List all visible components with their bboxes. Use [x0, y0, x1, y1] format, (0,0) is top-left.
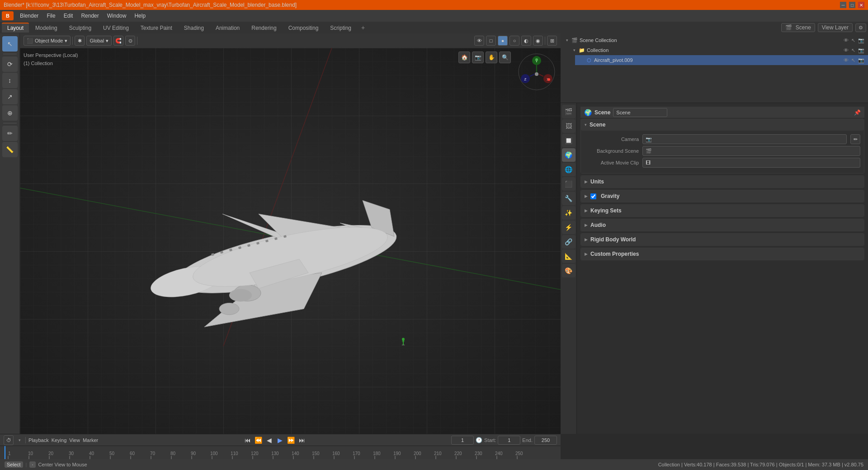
close-button[interactable]: ✕: [858, 2, 864, 8]
select-icon[interactable]: ↖: [851, 38, 855, 43]
material-shading[interactable]: ◐: [521, 36, 531, 46]
move-tool[interactable]: ⟳: [2, 56, 18, 72]
rendered-shading[interactable]: ◉: [533, 36, 543, 46]
select-key[interactable]: Select: [5, 461, 23, 468]
jump-start-btn[interactable]: ⏮: [243, 435, 253, 445]
rigid-body-header[interactable]: ▶ Rigid Body World: [581, 234, 864, 245]
timeline-type-arrow[interactable]: ▾: [16, 437, 23, 443]
menu-edit[interactable]: Edit: [60, 11, 77, 21]
snap-icon-btn[interactable]: 🧲: [113, 36, 123, 46]
select-tool[interactable]: ↖: [2, 36, 18, 52]
scene-selector[interactable]: 🎬 Scene: [781, 23, 815, 32]
wireframe-shading[interactable]: ●: [498, 36, 508, 46]
center-view-key[interactable]: ·: [29, 461, 35, 468]
outliner-aircraft-item[interactable]: ⬡ Aircraft_pivot.009 👁 ↖ 📷: [575, 55, 868, 65]
transform-tool[interactable]: ⊕: [2, 105, 18, 121]
menu-help[interactable]: Help: [131, 11, 149, 21]
tab-scripting[interactable]: Scripting: [325, 23, 357, 33]
play-btn[interactable]: ▶: [275, 435, 285, 445]
viewport-home-icon[interactable]: 🏠: [458, 52, 470, 63]
measure-tool[interactable]: 📏: [2, 142, 18, 157]
props-tab-particles[interactable]: ✨: [562, 206, 576, 220]
xray-btn[interactable]: □: [486, 36, 496, 46]
play-reverse-btn[interactable]: ◀: [264, 435, 274, 445]
render-icon[interactable]: 📷: [858, 38, 864, 43]
keying-menu[interactable]: Keying: [52, 437, 67, 443]
start-frame-input[interactable]: [498, 436, 520, 445]
props-tab-render[interactable]: 🎬: [562, 105, 576, 118]
props-tab-object[interactable]: ⬛: [562, 177, 576, 191]
keying-sets-header[interactable]: ▶ Keying Sets: [581, 205, 864, 216]
camera-value[interactable]: 📷: [642, 134, 847, 144]
props-tab-scene[interactable]: 🌍: [562, 148, 576, 162]
aircraft-render-icon[interactable]: 📷: [858, 57, 864, 63]
next-keyframe-btn[interactable]: ⏩: [286, 435, 296, 445]
viewport-camera-icon[interactable]: 📷: [472, 52, 484, 63]
annotate-tool[interactable]: ✏: [2, 126, 18, 141]
timeline-track[interactable]: 1 10 20 30 40 50 60 70: [0, 446, 561, 459]
col-select-icon[interactable]: ↖: [851, 47, 855, 53]
viewport-grab-icon[interactable]: ✋: [486, 52, 497, 63]
aircraft-eye-icon[interactable]: 👁: [844, 57, 849, 63]
props-tab-data[interactable]: 📐: [562, 249, 576, 263]
tab-shading[interactable]: Shading: [179, 23, 209, 33]
props-tab-modifiers[interactable]: 🔧: [562, 192, 576, 205]
maximize-button[interactable]: □: [849, 2, 855, 8]
outliner-scene-collection[interactable]: ▾ 🎬 Scene Collection 👁 ↖ 📷: [561, 35, 868, 45]
window-controls[interactable]: ─ □ ✕: [840, 2, 864, 8]
prev-keyframe-btn[interactable]: ⏪: [254, 435, 264, 445]
timeline-type-icon[interactable]: ⏱: [4, 435, 14, 445]
rotate-tool[interactable]: ↕: [2, 73, 18, 88]
props-tab-constraints[interactable]: 🔗: [562, 235, 576, 249]
tab-layout[interactable]: Layout: [2, 23, 29, 33]
tab-animation[interactable]: Animation: [210, 23, 245, 33]
movie-clip-value[interactable]: 🎞: [642, 158, 860, 168]
solid-shading[interactable]: ○: [509, 36, 519, 46]
props-tab-material[interactable]: 🎨: [562, 264, 576, 277]
gizmo-toggle[interactable]: ⊞: [547, 36, 557, 46]
jump-end-btn[interactable]: ⏭: [297, 435, 307, 445]
minimize-button[interactable]: ─: [840, 2, 846, 8]
end-frame-input[interactable]: [534, 436, 557, 445]
props-tab-view-layer[interactable]: 🔲: [562, 134, 576, 147]
show-overlay-btn[interactable]: 👁: [474, 36, 484, 46]
col-render-icon[interactable]: 📷: [858, 47, 864, 53]
proportional-edit-btn[interactable]: ⊙: [125, 36, 135, 46]
scene-subsection-header[interactable]: ▾ Scene: [581, 119, 864, 131]
marker-menu[interactable]: Marker: [83, 437, 98, 443]
add-workspace-button[interactable]: +: [358, 23, 368, 32]
view-layer-selector[interactable]: View Layer: [818, 23, 853, 32]
gravity-header[interactable]: ▶ Gravity: [581, 190, 864, 202]
3d-viewport[interactable]: User Perspective (Local) (1) Collection …: [20, 48, 561, 445]
object-mode-dropdown[interactable]: ⬛ Object Mode ▾: [24, 36, 71, 46]
current-frame-input[interactable]: [451, 436, 474, 445]
bg-scene-value[interactable]: 🎬: [642, 146, 860, 156]
viewport-zoom-icon[interactable]: 🔍: [499, 52, 511, 63]
menu-render[interactable]: Render: [77, 11, 102, 21]
playback-menu[interactable]: Playback: [28, 437, 49, 443]
props-tab-physics[interactable]: ⚡: [562, 221, 576, 234]
menu-blender[interactable]: Blender: [16, 11, 42, 21]
props-tab-world[interactable]: 🌐: [562, 163, 576, 176]
menu-window[interactable]: Window: [104, 11, 130, 21]
scene-name-input[interactable]: [613, 108, 667, 117]
navigation-gizmo[interactable]: Y X Z: [516, 52, 557, 92]
tab-rendering[interactable]: Rendering: [246, 23, 282, 33]
outliner-collection[interactable]: ▾ 📁 Collection 👁 ↖ 📷: [568, 45, 868, 55]
tab-sculpting[interactable]: Sculpting: [64, 23, 97, 33]
view-menu[interactable]: View: [69, 437, 80, 443]
custom-props-header[interactable]: ▶ Custom Properties: [581, 248, 864, 260]
tab-uv-editing[interactable]: UV Editing: [98, 23, 134, 33]
audio-header[interactable]: ▶ Audio: [581, 219, 864, 231]
scale-tool[interactable]: ↗: [2, 89, 18, 104]
tab-texture-paint[interactable]: Texture Paint: [135, 23, 178, 33]
tab-compositing[interactable]: Compositing: [283, 23, 324, 33]
menu-file[interactable]: File: [43, 11, 59, 21]
props-tab-output[interactable]: 🖼: [562, 119, 576, 133]
col-eye-icon[interactable]: 👁: [844, 47, 849, 53]
global-dropdown[interactable]: Global ▾: [86, 36, 112, 46]
aircraft-sel-icon[interactable]: ↖: [851, 57, 855, 63]
select-icon-btn[interactable]: ✱: [75, 36, 85, 46]
eye-icon[interactable]: 👁: [844, 38, 849, 43]
render-engine-icon[interactable]: ⚙: [855, 24, 866, 32]
